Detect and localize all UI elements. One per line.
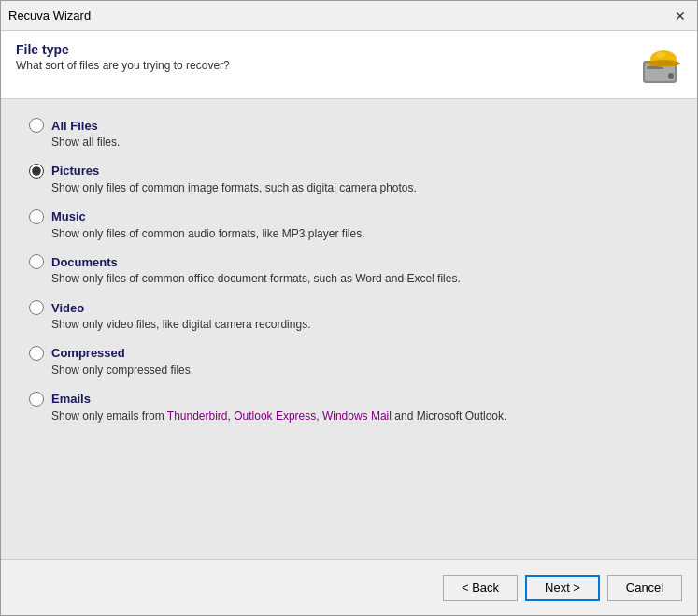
radio-input-pictures[interactable]	[29, 164, 44, 179]
radio-item-all_files: All FilesShow all files.	[29, 118, 669, 150]
radio-input-video[interactable]	[29, 300, 44, 315]
svg-point-8	[656, 52, 665, 58]
radio-row-emails: Emails	[29, 392, 669, 407]
radio-label-compressed[interactable]: Compressed	[51, 346, 125, 360]
header-section: File type What sort of files are you try…	[1, 31, 697, 99]
recuva-icon	[637, 42, 682, 87]
cancel-button[interactable]: Cancel	[607, 575, 682, 601]
radio-item-music: MusicShow only files of common audio for…	[29, 209, 669, 242]
file-type-options: All FilesShow all files.PicturesShow onl…	[29, 118, 669, 424]
link-outlook-express: Outlook Express	[234, 409, 316, 423]
radio-label-emails[interactable]: Emails	[51, 392, 91, 406]
radio-item-emails: EmailsShow only emails from Thunderbird,…	[29, 392, 669, 424]
link-thunderbird: Thunderbird	[167, 409, 228, 423]
header-title: File type	[16, 42, 230, 57]
radio-label-all_files[interactable]: All Files	[51, 119, 98, 133]
back-button[interactable]: < Back	[443, 575, 518, 601]
radio-desc-video: Show only video files, like digital came…	[29, 317, 669, 333]
window-title: Recuva Wizard	[8, 8, 91, 22]
svg-point-7	[647, 61, 680, 67]
radio-desc-music: Show only files of common audio formats,…	[29, 226, 669, 242]
footer: < Back Next > Cancel	[1, 559, 697, 615]
radio-input-all_files[interactable]	[29, 118, 44, 133]
radio-row-video: Video	[29, 300, 669, 315]
radio-item-compressed: CompressedShow only compressed files.	[29, 346, 669, 379]
radio-label-video[interactable]: Video	[51, 301, 84, 315]
svg-point-2	[668, 73, 674, 79]
header-subtitle: What sort of files are you trying to rec…	[16, 59, 230, 72]
radio-input-music[interactable]	[29, 209, 44, 224]
radio-row-pictures: Pictures	[29, 164, 669, 179]
next-button[interactable]: Next >	[525, 575, 600, 601]
radio-row-documents: Documents	[29, 254, 669, 269]
radio-desc-compressed: Show only compressed files.	[29, 363, 669, 379]
radio-input-documents[interactable]	[29, 254, 44, 269]
radio-row-music: Music	[29, 209, 669, 224]
content-area: All FilesShow all files.PicturesShow onl…	[1, 99, 697, 559]
header-text: File type What sort of files are you try…	[16, 42, 230, 72]
title-bar: Recuva Wizard ✕	[1, 1, 697, 31]
wizard-window: Recuva Wizard ✕ File type What sort of f…	[0, 0, 698, 616]
close-button[interactable]: ✕	[671, 7, 690, 25]
radio-item-documents: DocumentsShow only files of common offic…	[29, 254, 669, 287]
radio-item-pictures: PicturesShow only files of common image …	[29, 164, 669, 196]
radio-desc-pictures: Show only files of common image formats,…	[29, 180, 669, 196]
radio-item-video: VideoShow only video files, like digital…	[29, 300, 669, 333]
radio-input-emails[interactable]	[29, 392, 44, 407]
radio-desc-all_files: Show all files.	[29, 135, 669, 150]
radio-row-compressed: Compressed	[29, 346, 669, 361]
link-windows-mail: Windows Mail	[322, 409, 392, 423]
radio-desc-emails: Show only emails from Thunderbird, Outlo…	[29, 408, 669, 424]
radio-desc-documents: Show only files of common office documen…	[29, 271, 669, 287]
radio-label-documents[interactable]: Documents	[51, 255, 118, 269]
radio-input-compressed[interactable]	[29, 346, 44, 361]
radio-label-music[interactable]: Music	[51, 209, 86, 223]
radio-label-pictures[interactable]: Pictures	[51, 164, 99, 178]
radio-row-all_files: All Files	[29, 118, 669, 133]
